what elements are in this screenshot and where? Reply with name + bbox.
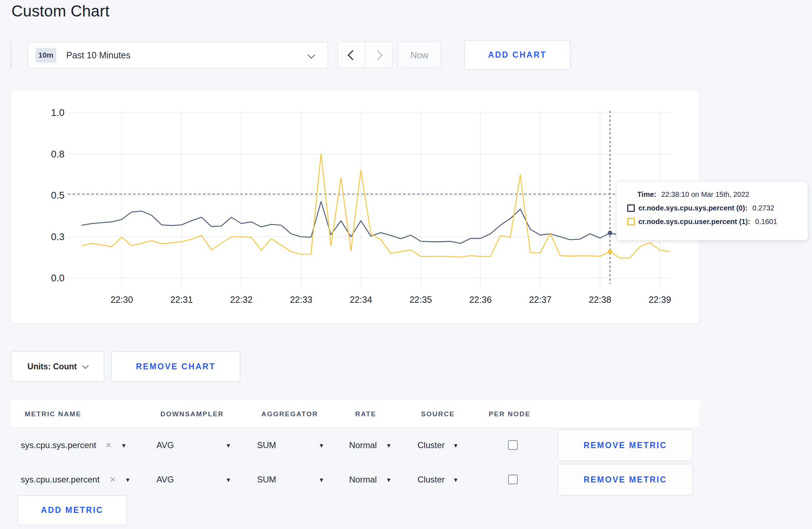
time-range-label: Past 10 Minutes xyxy=(66,50,130,60)
time-range-badge: 10m xyxy=(35,48,56,63)
clear-metric-icon[interactable]: × xyxy=(106,428,111,462)
caret-down-icon[interactable]: ▾ xyxy=(454,462,458,497)
col-downsampler: DOWNSAMPLER xyxy=(160,400,224,428)
toolbar-divider xyxy=(11,42,11,68)
chevron-down-icon xyxy=(82,362,89,369)
table-row: sys.cpu.user.percent × ▾ AVG ▾ SUM ▾ Nor… xyxy=(10,462,700,497)
source-select[interactable]: Cluster xyxy=(417,462,445,497)
sys-series-swatch-icon xyxy=(627,204,635,212)
prev-interval-button[interactable] xyxy=(338,42,365,68)
tooltip-user-label: cr.node.sys.cpu.user.percent (1): xyxy=(638,218,750,226)
downsampler-select[interactable]: AVG xyxy=(156,462,174,497)
user-series-swatch-icon xyxy=(627,218,635,225)
col-aggregator: AGGREGATOR xyxy=(261,400,318,428)
caret-down-icon[interactable]: ▾ xyxy=(227,462,230,497)
custom-chart-page: Custom Chart 10m Past 10 Minutes Now ADD… xyxy=(0,0,812,529)
per-node-checkbox[interactable] xyxy=(508,440,518,450)
chevron-right-icon xyxy=(372,50,382,60)
rate-select[interactable]: Normal xyxy=(349,462,377,497)
source-select[interactable]: Cluster xyxy=(417,428,445,462)
remove-metric-button[interactable]: REMOVE METRIC xyxy=(558,464,693,495)
units-dropdown[interactable]: Units: Count xyxy=(11,351,104,382)
tooltip-sys-value: 0.2732 xyxy=(753,204,774,212)
tooltip-sys-label: cr.node.sys.cpu.sys.percent (0): xyxy=(638,204,748,212)
downsampler-select[interactable]: AVG xyxy=(156,428,174,462)
caret-down-icon[interactable]: ▾ xyxy=(387,462,391,497)
page-title: Custom Chart xyxy=(11,2,110,20)
chevron-left-icon xyxy=(347,50,357,60)
per-node-checkbox[interactable] xyxy=(508,475,518,484)
col-source: SOURCE xyxy=(421,400,455,428)
caret-down-icon[interactable]: ▾ xyxy=(387,428,391,462)
col-rate: RATE xyxy=(355,400,376,428)
tooltip-time-value: 22:38:10 on Mar 15th, 2022 xyxy=(661,190,749,199)
tooltip-user-value: 0.1601 xyxy=(755,218,777,226)
rate-select[interactable]: Normal xyxy=(349,428,377,462)
caret-down-icon[interactable]: ▾ xyxy=(227,428,230,462)
remove-metric-button[interactable]: REMOVE METRIC xyxy=(558,429,693,461)
metric-name-select[interactable]: sys.cpu.sys.percent xyxy=(21,428,96,462)
remove-chart-button[interactable]: REMOVE CHART xyxy=(111,351,240,382)
caret-down-icon[interactable]: ▾ xyxy=(126,462,130,497)
caret-down-icon[interactable]: ▾ xyxy=(454,428,458,462)
caret-down-icon[interactable]: ▾ xyxy=(320,462,323,497)
now-button[interactable]: Now xyxy=(398,42,441,68)
caret-down-icon[interactable]: ▾ xyxy=(320,428,323,462)
clear-metric-icon[interactable]: × xyxy=(110,462,116,497)
chart-card xyxy=(10,89,700,324)
time-range-dropdown[interactable]: 10m Past 10 Minutes xyxy=(28,42,328,68)
chart-tooltip: Time: 22:38:10 on Mar 15th, 2022 cr.node… xyxy=(616,181,808,241)
aggregator-select[interactable]: SUM xyxy=(257,428,276,462)
time-nav-group xyxy=(338,42,392,68)
caret-down-icon[interactable]: ▾ xyxy=(122,428,126,462)
metrics-table-header: METRIC NAME DOWNSAMPLER AGGREGATOR RATE … xyxy=(10,400,700,428)
add-chart-button[interactable]: ADD CHART xyxy=(464,40,570,69)
add-metric-button[interactable]: ADD METRIC xyxy=(18,495,127,525)
tooltip-time-label: Time: xyxy=(637,190,656,199)
units-label: Units: Count xyxy=(28,362,77,372)
chevron-down-icon xyxy=(308,51,315,59)
table-row: sys.cpu.sys.percent × ▾ AVG ▾ SUM ▾ Norm… xyxy=(10,428,700,462)
aggregator-select[interactable]: SUM xyxy=(257,462,276,497)
col-per-node: PER NODE xyxy=(489,400,531,428)
next-interval-button[interactable] xyxy=(365,42,392,68)
metric-name-select[interactable]: sys.cpu.user.percent xyxy=(21,462,100,497)
col-metric-name: METRIC NAME xyxy=(25,400,81,428)
